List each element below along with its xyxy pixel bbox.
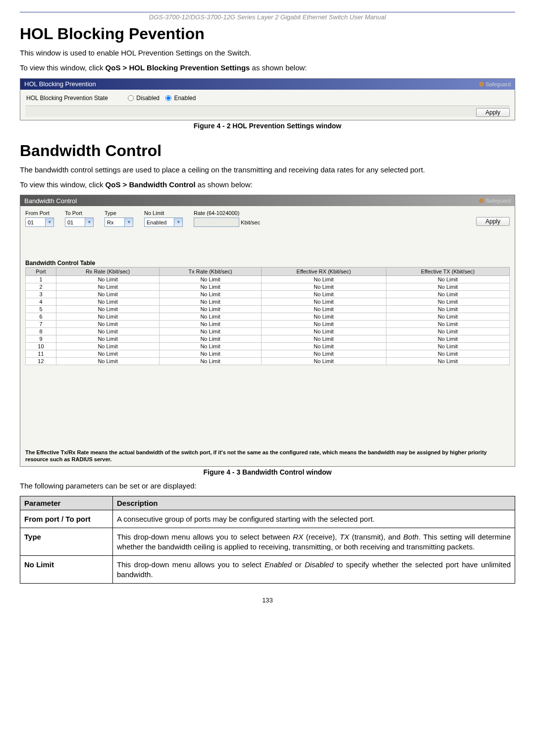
bw-safeguard-dot-icon [479,198,484,203]
params-row: TypeThis drop-down menu allows you to se… [20,528,515,556]
hol-radio-enabled-label: Enabled [174,95,196,102]
bw-table-header: Tx Rate (Kbit/sec) [160,268,262,276]
bw-table-cell: 6 [26,313,56,321]
param-desc-cell: A consecutive group of ports may be conf… [113,510,515,528]
bw-table-cell: No Limit [261,291,386,298]
bw-table-header: Port [26,268,56,276]
param-name-cell: No Limit [20,556,113,584]
param-name-cell: From port / To port [20,510,113,528]
bw-table-cell: No Limit [386,276,509,283]
rate-input[interactable] [194,217,239,227]
safeguard-text: Safeguard [485,81,511,87]
bw-table-cell: No Limit [261,283,386,291]
bw-table-cell: No Limit [56,313,159,321]
to-port-label: To Port [65,210,94,216]
bw-apply-button[interactable]: Apply [476,217,510,226]
bw-table-cell: No Limit [56,350,159,358]
bw-table-cell: No Limit [56,321,159,328]
nolimit-select[interactable]: Enabled ▾ [144,217,183,227]
bw-table-cell: 5 [26,306,56,313]
type-select[interactable]: Rx ▾ [105,217,133,227]
bw-table-cell: No Limit [56,291,159,298]
nolimit-label: No Limit [144,210,183,216]
hol-intro: This window is used to enable HOL Preven… [20,48,515,58]
bw-table-cell: No Limit [386,306,509,313]
to-port-select[interactable]: 01 ▾ [65,217,94,227]
page-number: 133 [20,596,515,604]
table-row: 12No LimitNo LimitNo LimitNo Limit [26,358,510,365]
bw-table-cell: No Limit [160,306,262,313]
rate-label: Rate (64-1024000) [194,210,260,216]
bw-footnote: The Effective Tx/Rx Rate means the actua… [25,449,510,463]
bw-table-cell: No Limit [160,358,262,365]
hol-heading: HOL Blocking Pevention [20,25,515,43]
bw-table-cell: No Limit [160,298,262,306]
bw-table-cell: No Limit [261,343,386,350]
hol-state-label: HOL Blocking Prevention State [26,95,108,102]
bw-table-cell: 9 [26,335,56,343]
param-name-cell: Type [20,528,113,556]
table-row: 1No LimitNo LimitNo LimitNo Limit [26,276,510,283]
hol-radio-enabled[interactable] [165,95,171,101]
bw-table-cell: No Limit [386,328,509,335]
bw-screenshot: Bandwidth Control Safeguard From Port 01… [20,195,515,467]
chevron-down-icon: ▾ [85,218,93,226]
hol-radio-disabled-wrap[interactable]: Disabled [128,95,160,102]
hol-apply-button[interactable]: Apply [476,108,510,117]
bw-panel-title: Bandwidth Control [24,197,77,205]
hol-screenshot: HOL Blocking Prevention Safeguard HOL Bl… [20,78,515,120]
bw-table-cell: No Limit [386,298,509,306]
bw-table-cell: 3 [26,291,56,298]
bw-fig-caption: Figure 4 - 3 Bandwidth Control window [20,468,515,476]
params-table: Parameter Description From port / To por… [20,496,515,584]
bw-table-cell: No Limit [160,343,262,350]
params-header-param: Parameter [20,496,113,510]
bw-table-cell: No Limit [56,343,159,350]
hol-radio-disabled-label: Disabled [136,95,160,102]
bw-table-cell: No Limit [160,313,262,321]
bw-table-cell: No Limit [160,350,262,358]
table-row: 10No LimitNo LimitNo LimitNo Limit [26,343,510,350]
table-row: 3No LimitNo LimitNo LimitNo Limit [26,291,510,298]
bw-table-cell: No Limit [160,328,262,335]
hol-radio-enabled-wrap[interactable]: Enabled [165,95,196,102]
bw-table-cell: 10 [26,343,56,350]
bw-nav-bold: QoS > Bandwidth Control [106,180,196,189]
hol-radio-group: Disabled Enabled [128,95,196,102]
from-port-select[interactable]: 01 ▾ [25,217,54,227]
from-port-label: From Port [25,210,54,216]
bw-table-cell: 11 [26,350,56,358]
hol-nav: To view this window, click QoS > HOL Blo… [20,63,515,73]
hol-nav-pre: To view this window, click [20,63,106,72]
bw-table-cell: No Limit [56,335,159,343]
bw-table-header: Effective RX (Kbit/sec) [261,268,386,276]
bw-table-cell: 7 [26,321,56,328]
bw-table-cell: No Limit [56,298,159,306]
bw-table-header: Rx Rate (Kbit/sec) [56,268,159,276]
chevron-down-icon: ▾ [174,218,182,226]
bw-table-cell: No Limit [386,350,509,358]
bw-table-header: Effective TX (Kbit/sec) [386,268,509,276]
bw-table-cell: No Limit [56,283,159,291]
bw-table-cell: No Limit [56,306,159,313]
bw-table-cell: No Limit [261,276,386,283]
bw-table-cell: No Limit [386,321,509,328]
bw-table-cell: No Limit [386,358,509,365]
bw-titlebar: Bandwidth Control Safeguard [20,195,515,206]
bw-control-table: PortRx Rate (Kbit/sec)Tx Rate (Kbit/sec)… [25,267,510,365]
table-row: 8No LimitNo LimitNo LimitNo Limit [26,328,510,335]
bw-table-cell: No Limit [261,335,386,343]
bw-nav-pre: To view this window, click [20,180,106,189]
params-row: No LimitThis drop-down menu allows you t… [20,556,515,584]
params-intro: The following parameters can be set or a… [20,481,515,491]
bw-nav-post: as shown below: [196,180,253,189]
type-label: Type [105,210,133,216]
bw-table-cell: No Limit [261,350,386,358]
chevron-down-icon: ▾ [124,218,133,226]
bw-table-cell: No Limit [261,306,386,313]
bw-table-cell: 2 [26,283,56,291]
bw-table-cell: No Limit [160,276,262,283]
bw-table-cell: No Limit [56,358,159,365]
hol-radio-disabled[interactable] [128,95,134,101]
type-value: Rx [107,219,113,225]
